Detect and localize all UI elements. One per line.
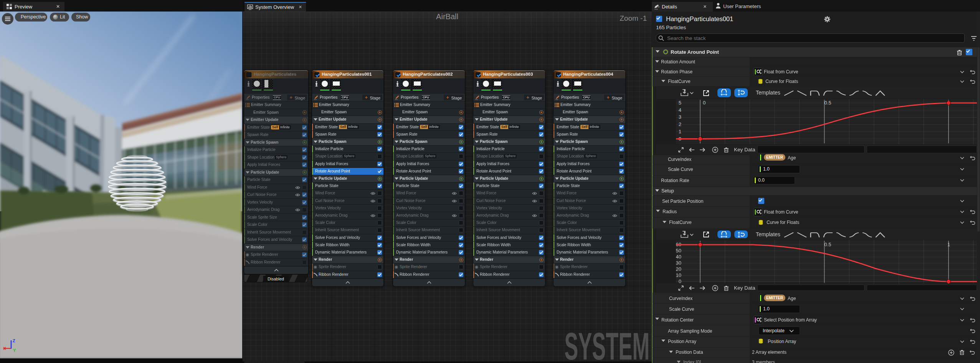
svg-text:Z: Z	[13, 338, 15, 343]
svg-text:Y: Y	[13, 348, 16, 353]
